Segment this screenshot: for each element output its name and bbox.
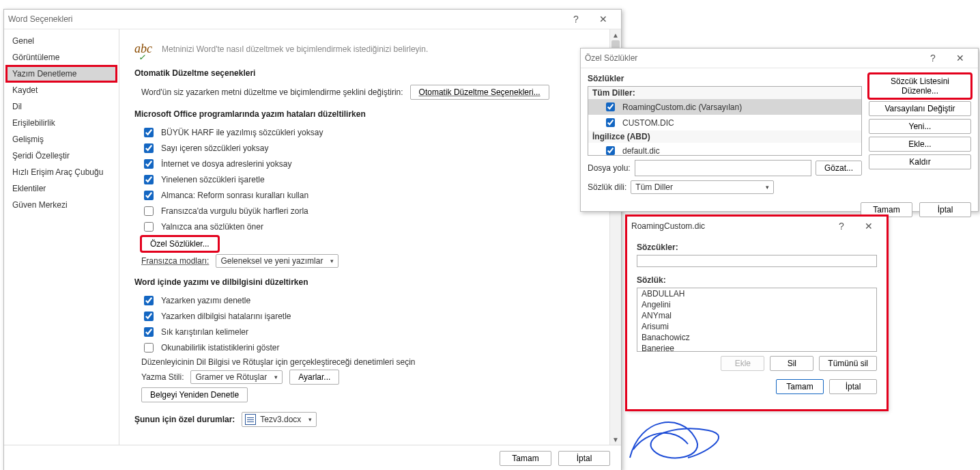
new-dictionary-button[interactable]: Yeni... bbox=[869, 119, 971, 134]
list-item[interactable]: ABDULLAH bbox=[637, 288, 876, 299]
close-icon[interactable]: ✕ bbox=[947, 49, 974, 67]
nav-item-qat[interactable]: Hızlı Erişim Araç Çubuğu bbox=[7, 165, 116, 180]
chk-ignore-uppercase[interactable]: BÜYÜK HARF ile yazılmış sözcükleri yoksa… bbox=[141, 126, 594, 139]
chk-mark-grammar-type[interactable]: Yazarken dilbilgisi hatalarını işaretle bbox=[141, 309, 594, 323]
nav-item-advanced[interactable]: Gelişmiş bbox=[7, 132, 116, 147]
exceptions-label: Şunun için özel durumlar: bbox=[134, 415, 235, 424]
chevron-down-icon: ▾ bbox=[308, 416, 312, 423]
close-icon[interactable]: ✕ bbox=[590, 10, 617, 28]
editor-checks-desc: Düzenleyicinin Dil Bilgisi ve Rötuşlar i… bbox=[141, 357, 594, 367]
list-item[interactable]: Angelini bbox=[637, 299, 876, 310]
dict-item-custom[interactable]: CUSTOM.DIC bbox=[588, 115, 861, 130]
options-content-pane: abc ✓ Metninizi Word'te nasıl düzeltmek … bbox=[119, 29, 609, 445]
abc-check-icon: abc ✓ bbox=[134, 42, 152, 56]
nav-item-customize-ribbon[interactable]: Şeridi Özelleştir bbox=[7, 148, 116, 163]
list-item[interactable]: Banachowicz bbox=[637, 332, 876, 343]
dict-item-roaming[interactable]: RoamingCustom.dic (Varsayılan) bbox=[588, 99, 861, 115]
nav-item-accessibility[interactable]: Erişilebilirlik bbox=[7, 115, 116, 130]
background-document-ruler bbox=[621, 0, 980, 48]
help-icon[interactable]: ? bbox=[562, 10, 590, 28]
ok-button[interactable]: Tamam bbox=[861, 202, 912, 217]
list-item[interactable]: ANYmal bbox=[637, 310, 876, 321]
nav-item-save[interactable]: Kaydet bbox=[7, 83, 116, 98]
nav-item-display[interactable]: Görüntüleme bbox=[7, 50, 116, 65]
exceptions-document-select[interactable]: Tezv3.docx ▾ bbox=[242, 412, 317, 427]
dict-group-all: Tüm Diller: bbox=[588, 87, 861, 99]
change-default-button[interactable]: Varsayılanı Değiştir bbox=[869, 101, 971, 116]
file-path-label: Dosya yolu: bbox=[588, 163, 631, 173]
remove-dictionary-button[interactable]: Kaldır bbox=[869, 154, 971, 169]
word-options-title-bar[interactable]: Word Seçenekleri ? ✕ bbox=[4, 10, 621, 29]
help-icon[interactable]: ? bbox=[919, 49, 947, 67]
ok-button[interactable]: Tamam bbox=[500, 451, 551, 466]
chk-french-uppercase[interactable]: Fransızca'da vurgulu büyük harfleri zorl… bbox=[141, 204, 594, 218]
add-word-button[interactable]: Ekle bbox=[721, 356, 764, 371]
check-mark-icon: ✓ bbox=[139, 53, 145, 63]
file-path-input[interactable] bbox=[635, 160, 811, 176]
writing-style-select[interactable]: Gramer ve Rötuşlar ▾ bbox=[190, 370, 283, 384]
nav-item-trust[interactable]: Güven Merkezi bbox=[7, 197, 116, 212]
french-modes-label: Fransızca modları: bbox=[141, 256, 209, 266]
nav-item-general[interactable]: Genel bbox=[7, 33, 116, 49]
roaming-custom-dic-dialog: RoamingCustom.dic ? ✕ Sözcükler: Sözlük:… bbox=[626, 216, 887, 410]
ok-button[interactable]: Tamam bbox=[776, 379, 824, 394]
dictionary-listbox[interactable]: ABDULLAH Angelini ANYmal Arisumi Banacho… bbox=[637, 288, 877, 352]
custom-dictionaries-button[interactable]: Özel Sözlükler... bbox=[141, 236, 218, 251]
writing-style-settings-button[interactable]: Ayarlar... bbox=[289, 370, 339, 385]
chk-readability-stats[interactable]: Okunabilirlik istatistiklerini göster bbox=[141, 341, 594, 355]
options-nav-sidebar: Genel Görüntüleme Yazım Denetleme Kaydet… bbox=[4, 29, 119, 445]
french-modes-select[interactable]: Geleneksel ve yeni yazımlar ▾ bbox=[216, 254, 338, 268]
scroll-down-icon[interactable]: ▼ bbox=[610, 434, 621, 445]
word-options-dialog: Word Seçenekleri ? ✕ Genel Görüntüleme Y… bbox=[3, 9, 622, 470]
dict-language-label: Sözlük dili: bbox=[588, 182, 626, 192]
chevron-down-icon: ▾ bbox=[766, 184, 769, 191]
dictionaries-list-header: Sözlükler bbox=[588, 74, 862, 83]
chk-german-reform[interactable]: Almanca: Reform sonrası kuralları kullan bbox=[141, 189, 594, 202]
scroll-up-icon[interactable]: ▲ bbox=[610, 29, 621, 40]
chk-check-spelling-type[interactable]: Yazarken yazımı denetle bbox=[141, 294, 594, 307]
edit-word-list-button[interactable]: Sözcük Listesini Düzenle... bbox=[869, 74, 971, 98]
custom-dictionaries-dialog: Özel Sözlükler ? ✕ Sözlükler Tüm Diller:… bbox=[580, 48, 979, 212]
options-footer: Tamam İptal bbox=[4, 445, 621, 470]
section-spelling-word-head: Word içinde yazımı ve dilbilgisini düzel… bbox=[134, 277, 594, 287]
words-label: Sözcükler: bbox=[637, 243, 877, 252]
chevron-down-icon: ▾ bbox=[330, 258, 334, 264]
close-icon[interactable]: ✕ bbox=[855, 217, 882, 235]
chk-flag-repeated[interactable]: Yinelenen sözcükleri işaretle bbox=[141, 173, 594, 186]
chk-ignore-urls[interactable]: İnternet ve dosya adreslerini yoksay bbox=[141, 157, 594, 171]
add-dictionary-button[interactable]: Ekle... bbox=[869, 137, 971, 152]
browse-button[interactable]: Gözat... bbox=[816, 161, 862, 176]
list-item[interactable]: Arisumi bbox=[637, 321, 876, 332]
cancel-button[interactable]: İptal bbox=[558, 451, 610, 466]
help-icon[interactable]: ? bbox=[828, 217, 855, 235]
nav-item-addins[interactable]: Eklentiler bbox=[7, 181, 116, 196]
words-input[interactable] bbox=[637, 255, 877, 267]
autocorrect-options-button[interactable]: Otomatik Düzeltme Seçenekleri... bbox=[410, 85, 549, 100]
dict-group-en: İngilizce (ABD) bbox=[588, 130, 861, 143]
list-item[interactable]: Banerjee bbox=[637, 343, 876, 352]
custom-dicts-title-bar[interactable]: Özel Sözlükler ? ✕ bbox=[581, 49, 978, 68]
intro-text: Metninizi Word'te nasıl düzeltmek ve biç… bbox=[162, 44, 428, 54]
writing-style-label: Yazma Stili: bbox=[141, 372, 184, 382]
dictionary-label: Sözlük: bbox=[637, 275, 877, 285]
section-spelling-office-head: Microsoft Office programlarında yazım ha… bbox=[134, 109, 594, 119]
dict-language-select[interactable]: Tüm Diller ▾ bbox=[631, 180, 774, 194]
cancel-button[interactable]: İptal bbox=[829, 379, 877, 394]
recheck-document-button[interactable]: Belgeyi Yeniden Denetle bbox=[141, 387, 248, 402]
chk-ignore-numbers[interactable]: Sayı içeren sözcükleri yoksay bbox=[141, 141, 594, 155]
dict-item-default-en[interactable]: default.dic bbox=[588, 143, 861, 156]
roaming-title: RoamingCustom.dic bbox=[631, 221, 828, 231]
chk-main-dict-only[interactable]: Yalnızca ana sözlükten öner bbox=[141, 220, 594, 234]
delete-word-button[interactable]: Sil bbox=[770, 356, 813, 371]
cancel-button[interactable]: İptal bbox=[919, 202, 971, 217]
autocorrect-desc: Word'ün siz yazarken metni düzeltme ve b… bbox=[141, 87, 403, 97]
word-document-icon bbox=[245, 414, 256, 425]
chk-confused-words[interactable]: Sık karıştırılan kelimeler bbox=[141, 325, 594, 339]
nav-item-language[interactable]: Dil bbox=[7, 99, 116, 114]
delete-all-button[interactable]: Tümünü sil bbox=[819, 356, 877, 371]
section-autocorrect-head: Otomatik Düzeltme seçenekleri bbox=[134, 68, 594, 78]
dictionaries-listbox[interactable]: Tüm Diller: RoamingCustom.dic (Varsayıla… bbox=[588, 86, 862, 156]
roaming-title-bar[interactable]: RoamingCustom.dic ? ✕ bbox=[627, 217, 887, 236]
chevron-down-icon: ▾ bbox=[274, 374, 278, 381]
nav-item-proofing[interactable]: Yazım Denetleme bbox=[7, 66, 116, 81]
